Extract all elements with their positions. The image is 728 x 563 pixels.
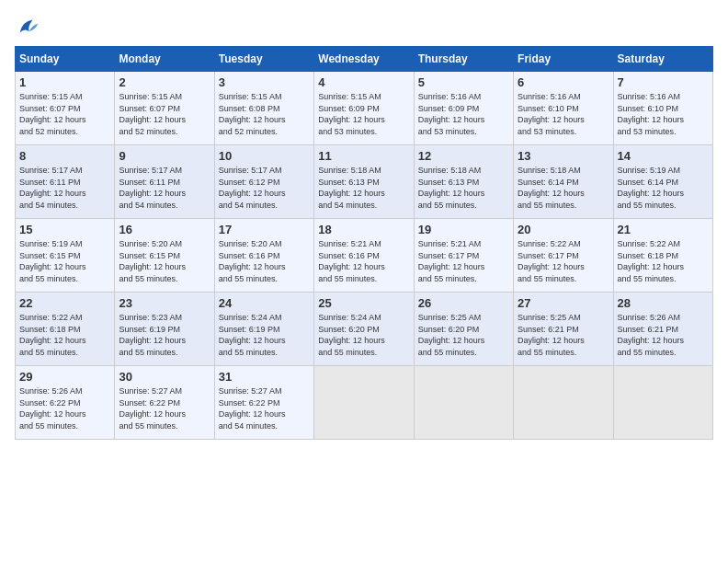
- header-cell-thursday: Thursday: [414, 47, 513, 72]
- cell-content: Sunrise: 5:15 AMSunset: 6:07 PMDaylight:…: [119, 91, 210, 137]
- day-number: 20: [518, 223, 609, 236]
- cell-content: Sunrise: 5:24 AMSunset: 6:19 PMDaylight:…: [219, 312, 310, 358]
- calendar-cell: 9Sunrise: 5:17 AMSunset: 6:11 PMDaylight…: [115, 145, 214, 219]
- calendar-cell: 14Sunrise: 5:19 AMSunset: 6:14 PMDayligh…: [613, 145, 712, 219]
- day-number: 16: [119, 223, 210, 236]
- calendar-cell: 17Sunrise: 5:20 AMSunset: 6:16 PMDayligh…: [214, 219, 313, 293]
- calendar-cell: 4Sunrise: 5:15 AMSunset: 6:09 PMDaylight…: [314, 72, 414, 145]
- header-cell-tuesday: Tuesday: [214, 47, 313, 72]
- week-row-5: 29Sunrise: 5:26 AMSunset: 6:22 PMDayligh…: [16, 366, 713, 440]
- cell-content: Sunrise: 5:25 AMSunset: 6:20 PMDaylight:…: [418, 312, 509, 358]
- cell-content: Sunrise: 5:25 AMSunset: 6:21 PMDaylight:…: [518, 312, 609, 358]
- day-number: 30: [119, 370, 210, 384]
- calendar-cell: 25Sunrise: 5:24 AMSunset: 6:20 PMDayligh…: [314, 293, 414, 366]
- day-number: 4: [318, 75, 409, 89]
- cell-content: Sunrise: 5:16 AMSunset: 6:10 PMDaylight:…: [618, 91, 709, 137]
- header-cell-wednesday: Wednesday: [314, 47, 414, 72]
- calendar-cell: 1Sunrise: 5:15 AMSunset: 6:07 PMDaylight…: [16, 72, 115, 145]
- cell-content: Sunrise: 5:24 AMSunset: 6:20 PMDaylight:…: [318, 312, 409, 358]
- cell-content: Sunrise: 5:17 AMSunset: 6:11 PMDaylight:…: [119, 165, 210, 211]
- header-cell-sunday: Sunday: [16, 47, 115, 72]
- cell-content: Sunrise: 5:21 AMSunset: 6:17 PMDaylight:…: [418, 238, 509, 284]
- calendar-cell: 18Sunrise: 5:21 AMSunset: 6:16 PMDayligh…: [314, 219, 414, 293]
- day-number: 3: [219, 75, 310, 89]
- day-number: 13: [518, 149, 609, 163]
- day-number: 5: [418, 75, 509, 89]
- day-number: 15: [19, 223, 110, 236]
- header-cell-friday: Friday: [514, 47, 613, 72]
- cell-content: Sunrise: 5:22 AMSunset: 6:17 PMDaylight:…: [518, 238, 609, 284]
- header-cell-saturday: Saturday: [613, 47, 712, 72]
- cell-content: Sunrise: 5:15 AMSunset: 6:09 PMDaylight:…: [318, 91, 409, 137]
- calendar-cell: 21Sunrise: 5:22 AMSunset: 6:18 PMDayligh…: [613, 219, 712, 293]
- calendar-cell: 7Sunrise: 5:16 AMSunset: 6:10 PMDaylight…: [613, 72, 712, 145]
- day-number: 26: [418, 296, 509, 310]
- day-number: 6: [518, 75, 609, 89]
- calendar-cell: 26Sunrise: 5:25 AMSunset: 6:20 PMDayligh…: [414, 293, 513, 366]
- calendar-cell: 28Sunrise: 5:26 AMSunset: 6:21 PMDayligh…: [613, 293, 712, 366]
- day-number: 31: [219, 370, 310, 384]
- cell-content: Sunrise: 5:19 AMSunset: 6:15 PMDaylight:…: [19, 238, 110, 284]
- cell-content: Sunrise: 5:21 AMSunset: 6:16 PMDaylight:…: [318, 238, 409, 284]
- cell-content: Sunrise: 5:26 AMSunset: 6:22 PMDaylight:…: [19, 385, 110, 431]
- calendar-cell: 23Sunrise: 5:23 AMSunset: 6:19 PMDayligh…: [115, 293, 214, 366]
- cell-content: Sunrise: 5:18 AMSunset: 6:14 PMDaylight:…: [518, 165, 609, 211]
- cell-content: Sunrise: 5:20 AMSunset: 6:15 PMDaylight:…: [119, 238, 210, 284]
- cell-content: Sunrise: 5:18 AMSunset: 6:13 PMDaylight:…: [418, 165, 509, 211]
- day-number: 22: [19, 296, 110, 310]
- header-cell-monday: Monday: [115, 47, 214, 72]
- cell-content: Sunrise: 5:17 AMSunset: 6:11 PMDaylight:…: [19, 165, 110, 211]
- calendar-cell: 29Sunrise: 5:26 AMSunset: 6:22 PMDayligh…: [16, 366, 115, 440]
- cell-content: Sunrise: 5:26 AMSunset: 6:21 PMDaylight:…: [618, 312, 709, 358]
- calendar-table: SundayMondayTuesdayWednesdayThursdayFrid…: [15, 46, 713, 440]
- calendar-cell: 3Sunrise: 5:15 AMSunset: 6:08 PMDaylight…: [214, 72, 313, 145]
- calendar-cell: [314, 366, 414, 440]
- day-number: 1: [19, 75, 110, 89]
- calendar-cell: 31Sunrise: 5:27 AMSunset: 6:22 PMDayligh…: [214, 366, 313, 440]
- cell-content: Sunrise: 5:16 AMSunset: 6:10 PMDaylight:…: [518, 91, 609, 137]
- cell-content: Sunrise: 5:20 AMSunset: 6:16 PMDaylight:…: [219, 238, 310, 284]
- week-row-2: 8Sunrise: 5:17 AMSunset: 6:11 PMDaylight…: [16, 145, 713, 219]
- cell-content: Sunrise: 5:18 AMSunset: 6:13 PMDaylight:…: [318, 165, 409, 211]
- calendar-cell: 22Sunrise: 5:22 AMSunset: 6:18 PMDayligh…: [16, 293, 115, 366]
- day-number: 23: [119, 296, 210, 310]
- cell-content: Sunrise: 5:23 AMSunset: 6:19 PMDaylight:…: [119, 312, 210, 358]
- logo-icon: [15, 15, 40, 40]
- calendar-cell: [613, 366, 712, 440]
- day-number: 29: [19, 370, 110, 384]
- day-number: 12: [418, 149, 509, 163]
- calendar-cell: 5Sunrise: 5:16 AMSunset: 6:09 PMDaylight…: [414, 72, 513, 145]
- calendar-cell: [414, 366, 513, 440]
- calendar-cell: 24Sunrise: 5:24 AMSunset: 6:19 PMDayligh…: [214, 293, 313, 366]
- header-row: SundayMondayTuesdayWednesdayThursdayFrid…: [16, 47, 713, 72]
- cell-content: Sunrise: 5:22 AMSunset: 6:18 PMDaylight:…: [19, 312, 110, 358]
- day-number: 21: [618, 223, 709, 236]
- calendar-cell: 12Sunrise: 5:18 AMSunset: 6:13 PMDayligh…: [414, 145, 513, 219]
- calendar-cell: 19Sunrise: 5:21 AMSunset: 6:17 PMDayligh…: [414, 219, 513, 293]
- calendar-cell: 30Sunrise: 5:27 AMSunset: 6:22 PMDayligh…: [115, 366, 214, 440]
- calendar-cell: 8Sunrise: 5:17 AMSunset: 6:11 PMDaylight…: [16, 145, 115, 219]
- day-number: 27: [518, 296, 609, 310]
- cell-content: Sunrise: 5:27 AMSunset: 6:22 PMDaylight:…: [119, 385, 210, 431]
- cell-content: Sunrise: 5:22 AMSunset: 6:18 PMDaylight:…: [618, 238, 709, 284]
- header: [15, 15, 713, 40]
- day-number: 8: [19, 149, 110, 163]
- day-number: 7: [618, 75, 709, 89]
- cell-content: Sunrise: 5:19 AMSunset: 6:14 PMDaylight:…: [618, 165, 709, 211]
- week-row-4: 22Sunrise: 5:22 AMSunset: 6:18 PMDayligh…: [16, 293, 713, 366]
- cell-content: Sunrise: 5:17 AMSunset: 6:12 PMDaylight:…: [219, 165, 310, 211]
- calendar-cell: 2Sunrise: 5:15 AMSunset: 6:07 PMDaylight…: [115, 72, 214, 145]
- cell-content: Sunrise: 5:15 AMSunset: 6:07 PMDaylight:…: [19, 91, 110, 137]
- logo: [15, 15, 44, 40]
- cell-content: Sunrise: 5:27 AMSunset: 6:22 PMDaylight:…: [219, 385, 310, 431]
- calendar-cell: 20Sunrise: 5:22 AMSunset: 6:17 PMDayligh…: [514, 219, 613, 293]
- day-number: 17: [219, 223, 310, 236]
- day-number: 9: [119, 149, 210, 163]
- calendar-cell: 10Sunrise: 5:17 AMSunset: 6:12 PMDayligh…: [214, 145, 313, 219]
- day-number: 28: [618, 296, 709, 310]
- day-number: 25: [318, 296, 409, 310]
- calendar-cell: 15Sunrise: 5:19 AMSunset: 6:15 PMDayligh…: [16, 219, 115, 293]
- day-number: 18: [318, 223, 409, 236]
- cell-content: Sunrise: 5:16 AMSunset: 6:09 PMDaylight:…: [418, 91, 509, 137]
- day-number: 2: [119, 75, 210, 89]
